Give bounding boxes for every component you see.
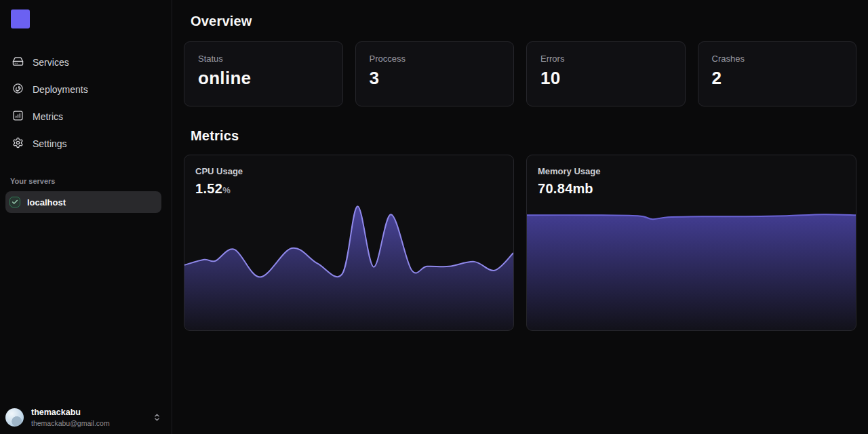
user-meta: themackabu themackabu@gmail.com: [31, 408, 145, 427]
chart-value: 70.84: [538, 181, 573, 197]
flame-icon: [12, 83, 24, 96]
chart-unit: %: [222, 185, 231, 195]
sidebar: Services Deployments Metr: [0, 0, 172, 434]
server-name: localhost: [27, 197, 66, 208]
chart-header: Memory Usage 70.84 mb: [538, 166, 600, 197]
user-name: themackabu: [31, 408, 145, 417]
stat-label: Proccess: [370, 54, 500, 64]
sidebar-item-label: Settings: [33, 138, 67, 149]
sidebar-item-deployments[interactable]: Deployments: [0, 76, 172, 103]
stats-grid: Status online Proccess 3 Errors 10 Crash…: [184, 41, 856, 106]
stat-label: Status: [198, 54, 329, 64]
bar-chart-icon: [12, 110, 24, 123]
sidebar-item-label: Deployments: [33, 84, 88, 95]
chart-value: 1.52: [195, 181, 222, 197]
stat-value: 3: [370, 68, 500, 89]
sidebar-item-settings[interactable]: Settings: [0, 130, 172, 157]
app-logo: [11, 9, 30, 28]
avatar: [5, 408, 24, 427]
stat-label: Crashes: [712, 54, 843, 64]
chevrons-up-down-icon[interactable]: [153, 413, 161, 422]
stat-value: 2: [712, 68, 843, 89]
sidebar-item-label: Metrics: [33, 111, 63, 122]
chart-unit: mb: [573, 181, 593, 197]
chart-title: Memory Usage: [538, 166, 600, 176]
chart-value-row: 1.52 %: [195, 181, 243, 197]
stat-label: Errors: [540, 54, 671, 64]
stat-card-status: Status online: [184, 41, 343, 106]
chart-header: CPU Usage 1.52 %: [195, 166, 243, 197]
user-email: themackabu@gmail.com: [31, 419, 145, 427]
sidebar-nav: Services Deployments Metr: [0, 49, 172, 157]
gear-icon: [12, 137, 24, 151]
sidebar-item-services[interactable]: Services: [0, 49, 172, 76]
main-content: Overview Status online Proccess 3 Errors…: [172, 0, 868, 434]
overview-title: Overview: [191, 12, 856, 31]
server-item-localhost[interactable]: localhost: [5, 191, 161, 213]
chart-value-row: 70.84 mb: [538, 181, 600, 197]
hard-drive-icon: [12, 56, 24, 69]
chart-title: CPU Usage: [195, 166, 243, 176]
stat-value: 10: [540, 68, 671, 89]
charts-grid: CPU Usage 1.52 % Memory Usage 70.84 mb: [184, 155, 856, 331]
memory-usage-chart-card: Memory Usage 70.84 mb: [526, 155, 856, 331]
check-icon: [9, 197, 20, 208]
sidebar-spacer: [0, 213, 172, 408]
stat-card-errors: Errors 10: [526, 41, 686, 106]
user-menu[interactable]: themackabu themackabu@gmail.com: [0, 408, 172, 427]
stat-value: online: [198, 68, 329, 89]
cpu-usage-chart-card: CPU Usage 1.52 %: [184, 155, 514, 331]
stat-card-crashes: Crashes 2: [698, 41, 857, 106]
sidebar-item-label: Services: [33, 57, 69, 68]
servers-section-label: Your servers: [10, 177, 172, 185]
sidebar-item-metrics[interactable]: Metrics: [0, 103, 172, 130]
metrics-title: Metrics: [191, 126, 856, 145]
stat-card-process: Proccess 3: [355, 41, 515, 106]
